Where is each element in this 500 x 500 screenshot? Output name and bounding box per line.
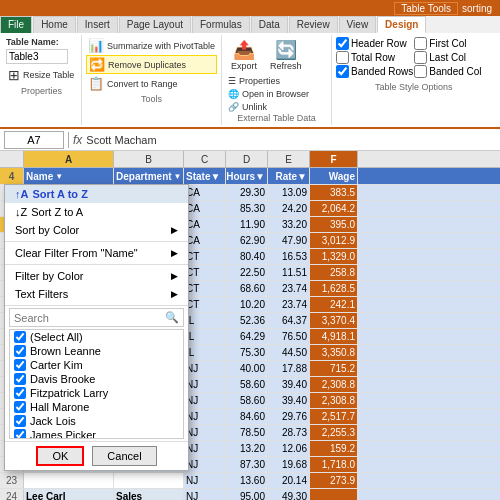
cell-d-14[interactable]: 64.29 bbox=[226, 329, 268, 344]
cell-c-12[interactable]: CT bbox=[184, 297, 226, 312]
cell-d-21[interactable]: 13.20 bbox=[226, 441, 268, 456]
cell-f-5[interactable]: 383.5 bbox=[310, 185, 358, 200]
cell-e-5[interactable]: 13.09 bbox=[268, 185, 310, 200]
check-item[interactable]: Fitzpatrick Larry bbox=[10, 386, 183, 400]
ok-button[interactable]: OK bbox=[36, 446, 84, 466]
cell-e-9[interactable]: 16.53 bbox=[268, 249, 310, 264]
total-row-checkbox[interactable] bbox=[336, 51, 349, 64]
cell-e-22[interactable]: 19.68 bbox=[268, 457, 310, 472]
tab-home[interactable]: Home bbox=[33, 16, 76, 33]
check-item[interactable]: Jack Lois bbox=[10, 414, 183, 428]
clear-filter[interactable]: Clear Filter From "Name" bbox=[5, 244, 188, 262]
check-item[interactable]: Brown Leanne bbox=[10, 344, 183, 358]
cell-e-20[interactable]: 28.73 bbox=[268, 425, 310, 440]
cell-e-19[interactable]: 29.76 bbox=[268, 409, 310, 424]
summarize-pivot-btn[interactable]: 📊Summarize with PivotTable bbox=[86, 37, 217, 54]
name-box[interactable] bbox=[4, 131, 64, 149]
cell-f-17[interactable]: 2,308.8 bbox=[310, 377, 358, 392]
cell-c-21[interactable]: NJ bbox=[184, 441, 226, 456]
cell-f-16[interactable]: 715.2 bbox=[310, 361, 358, 376]
cell-c-11[interactable]: CT bbox=[184, 281, 226, 296]
resize-table-btn[interactable]: ⊞Resize Table bbox=[6, 66, 77, 84]
cell-e-8[interactable]: 47.90 bbox=[268, 233, 310, 248]
cell-c-7[interactable]: CA bbox=[184, 217, 226, 232]
tab-review[interactable]: Review bbox=[289, 16, 338, 33]
check-item[interactable]: Hall Marone bbox=[10, 400, 183, 414]
sort-a-to-z[interactable]: ↑A Sort A to Z bbox=[5, 185, 188, 203]
cell-d-16[interactable]: 40.00 bbox=[226, 361, 268, 376]
table-name-input[interactable] bbox=[6, 49, 68, 64]
cell-e-10[interactable]: 11.51 bbox=[268, 265, 310, 280]
tab-page-layout[interactable]: Page Layout bbox=[119, 16, 191, 33]
cell-c-16[interactable]: NJ bbox=[184, 361, 226, 376]
cell-c-14[interactable]: IL bbox=[184, 329, 226, 344]
cancel-button[interactable]: Cancel bbox=[92, 446, 156, 466]
tab-file[interactable]: File bbox=[0, 16, 32, 33]
check-6[interactable] bbox=[14, 415, 26, 427]
cell-c-22[interactable]: NJ bbox=[184, 457, 226, 472]
cell-f-6[interactable]: 2,064.2 bbox=[310, 201, 358, 216]
tab-view[interactable]: View bbox=[339, 16, 377, 33]
cell-d-19[interactable]: 84.60 bbox=[226, 409, 268, 424]
cell-f-23[interactable]: 273.9 bbox=[310, 473, 358, 488]
unlink-btn[interactable]: 🔗Unlink bbox=[226, 101, 327, 113]
banded-rows-checkbox-label[interactable]: Banded Rows bbox=[336, 65, 413, 78]
cell-f-10[interactable]: 258.8 bbox=[310, 265, 358, 280]
sort-z-to-a[interactable]: ↓Z Sort Z to A bbox=[5, 203, 188, 221]
text-filters[interactable]: Text Filters bbox=[5, 285, 188, 303]
check-7[interactable] bbox=[14, 429, 26, 439]
cell-a-24[interactable]: Lee Carl bbox=[24, 489, 114, 500]
cell-d-13[interactable]: 52.36 bbox=[226, 313, 268, 328]
properties-btn[interactable]: ☰Properties bbox=[226, 75, 327, 87]
cell-f-7[interactable]: 395.0 bbox=[310, 217, 358, 232]
banded-col-checkbox-label[interactable]: Banded Col bbox=[414, 65, 491, 78]
cell-e-11[interactable]: 23.74 bbox=[268, 281, 310, 296]
cell-c-24[interactable]: NJ bbox=[184, 489, 226, 500]
cell-d-18[interactable]: 58.60 bbox=[226, 393, 268, 408]
cell-f-24[interactable] bbox=[310, 489, 358, 500]
cell-d-22[interactable]: 87.30 bbox=[226, 457, 268, 472]
total-row-checkbox-label[interactable]: Total Row bbox=[336, 51, 413, 64]
cell-f-21[interactable]: 159.2 bbox=[310, 441, 358, 456]
cell-c-19[interactable]: NJ bbox=[184, 409, 226, 424]
convert-to-range-btn[interactable]: 📋Convert to Range bbox=[86, 75, 217, 92]
cell-d-20[interactable]: 78.50 bbox=[226, 425, 268, 440]
check-4[interactable] bbox=[14, 387, 26, 399]
col-header-c[interactable]: C bbox=[184, 151, 226, 167]
check-3[interactable] bbox=[14, 373, 26, 385]
cell-e-23[interactable]: 20.14 bbox=[268, 473, 310, 488]
cell-f-9[interactable]: 1,329.0 bbox=[310, 249, 358, 264]
cell-e-17[interactable]: 39.40 bbox=[268, 377, 310, 392]
open-in-browser-btn[interactable]: 🌐Open in Browser bbox=[226, 88, 327, 100]
cell-c-13[interactable]: IL bbox=[184, 313, 226, 328]
filter-by-color[interactable]: Filter by Color bbox=[5, 267, 188, 285]
cell-d-17[interactable]: 58.60 bbox=[226, 377, 268, 392]
check-0[interactable] bbox=[14, 331, 26, 343]
remove-duplicates-btn[interactable]: 🔁Remove Duplicates bbox=[86, 55, 217, 74]
cell-f-11[interactable]: 1,628.5 bbox=[310, 281, 358, 296]
cell-c-9[interactable]: CT bbox=[184, 249, 226, 264]
cell-c-8[interactable]: CA bbox=[184, 233, 226, 248]
check-1[interactable] bbox=[14, 345, 26, 357]
cell-d-9[interactable]: 80.40 bbox=[226, 249, 268, 264]
cell-e-13[interactable]: 64.37 bbox=[268, 313, 310, 328]
cell-e-6[interactable]: 24.20 bbox=[268, 201, 310, 216]
tab-data[interactable]: Data bbox=[251, 16, 288, 33]
cell-c-23[interactable]: NJ bbox=[184, 473, 226, 488]
tab-design[interactable]: Design bbox=[377, 16, 426, 33]
export-btn[interactable]: 📤 Export bbox=[226, 37, 262, 73]
cell-d-8[interactable]: 62.90 bbox=[226, 233, 268, 248]
check-item[interactable]: Davis Brooke bbox=[10, 372, 183, 386]
cell-f-18[interactable]: 2,308.8 bbox=[310, 393, 358, 408]
col-header-e[interactable]: E bbox=[268, 151, 310, 167]
cell-e-18[interactable]: 39.40 bbox=[268, 393, 310, 408]
cell-e-7[interactable]: 33.20 bbox=[268, 217, 310, 232]
cell-d-10[interactable]: 22.50 bbox=[226, 265, 268, 280]
first-col-checkbox[interactable] bbox=[414, 37, 427, 50]
cell-d-5[interactable]: 29.30 bbox=[226, 185, 268, 200]
cell-e-14[interactable]: 76.50 bbox=[268, 329, 310, 344]
col-header-f[interactable]: F bbox=[310, 151, 358, 167]
cell-e-21[interactable]: 12.06 bbox=[268, 441, 310, 456]
cell-e-12[interactable]: 23.74 bbox=[268, 297, 310, 312]
cell-c-20[interactable]: NJ bbox=[184, 425, 226, 440]
